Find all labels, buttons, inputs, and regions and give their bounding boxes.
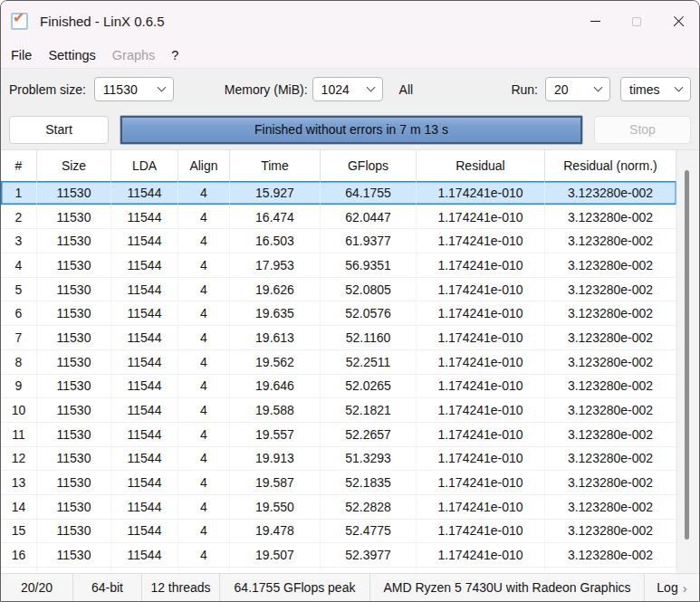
- table-row[interactable]: 151153011544419.47852.47751.174241e-0103…: [1, 520, 676, 544]
- progress-bar-fill: Finished without errors in 7 m 13 s: [120, 116, 582, 144]
- memory-select[interactable]: 1024: [312, 77, 383, 101]
- table-row[interactable]: 71153011544419.61352.11601.174241e-0103.…: [1, 326, 676, 350]
- cell-lda: 11544: [111, 543, 178, 567]
- table-row[interactable]: 171153011544419.48552.45901.174241e-0103…: [1, 568, 676, 573]
- table-row[interactable]: 61153011544419.63552.05761.174241e-0103.…: [1, 301, 676, 326]
- status-cpu-name-label: AMD Ryzen 5 7430U with Radeon Graphics: [383, 580, 630, 595]
- column-header-lda[interactable]: LDA: [111, 150, 178, 181]
- cell-align: 4: [178, 301, 230, 325]
- menu-item-file[interactable]: File: [3, 45, 40, 65]
- minimize-button[interactable]: [574, 1, 616, 42]
- cell-num: 10: [1, 398, 37, 422]
- status-threads-label: 12 threads: [150, 580, 210, 595]
- cell-align: 4: [178, 350, 230, 374]
- table-row[interactable]: 121153011544419.91351.32931.174241e-0103…: [1, 447, 676, 472]
- cell-num: 7: [1, 326, 37, 349]
- cell-time: 19.587: [230, 471, 321, 494]
- all-label: All: [399, 82, 414, 97]
- cell-residual: 1.174241e-010: [417, 301, 545, 325]
- cell-size: 11530: [37, 326, 111, 349]
- table-row[interactable]: 31153011544416.50361.93771.174241e-0103.…: [1, 229, 676, 253]
- cell-gflops: 52.0576: [321, 301, 417, 325]
- cell-num: 6: [1, 301, 37, 325]
- table-row[interactable]: 161153011544419.50752.39771.174241e-0103…: [1, 543, 676, 568]
- cell-residual: 1.174241e-010: [417, 495, 545, 519]
- cell-residual-norm: 3.123280e-002: [545, 253, 676, 277]
- table-row[interactable]: 101153011544419.58852.18211.174241e-0103…: [1, 398, 676, 423]
- menu-item-help[interactable]: ?: [163, 45, 187, 65]
- menubar: FileSettingsGraphs?: [1, 42, 699, 69]
- column-header-residual-norm[interactable]: Residual (norm.): [545, 150, 676, 181]
- cell-align: 4: [178, 398, 230, 422]
- cell-time: 19.626: [230, 278, 321, 301]
- cell-lda: 11544: [111, 520, 178, 543]
- menu-item-graphs[interactable]: Graphs: [104, 45, 164, 65]
- column-header-align[interactable]: Align: [178, 150, 230, 181]
- table-header: #SizeLDAAlignTimeGFlopsResidualResidual …: [1, 150, 676, 181]
- cell-lda: 11544: [111, 205, 178, 229]
- cell-size: 11530: [37, 205, 111, 229]
- cell-num: 9: [1, 375, 37, 398]
- cell-residual-norm: 3.123280e-002: [545, 423, 676, 446]
- memory-label: Memory (MiB):: [225, 82, 308, 97]
- controls-row: Problem size: 11530 Memory (MiB): 1024 A…: [1, 69, 699, 110]
- run-count-select[interactable]: 20: [545, 77, 610, 101]
- cell-time: 19.550: [230, 495, 321, 519]
- cell-size: 11530: [37, 520, 111, 543]
- table-row[interactable]: 11153011544415.92764.17551.174241e-0103.…: [1, 181, 676, 205]
- cell-size: 11530: [37, 398, 111, 422]
- run-unit-select[interactable]: times: [620, 77, 691, 101]
- table-row[interactable]: 51153011544419.62652.08051.174241e-0103.…: [1, 278, 676, 302]
- table-row[interactable]: 111153011544419.55752.26571.174241e-0103…: [1, 423, 676, 447]
- table-body: 11153011544415.92764.17551.174241e-0103.…: [1, 181, 676, 573]
- cell-lda: 11544: [111, 568, 178, 573]
- cell-size: 11530: [37, 471, 111, 494]
- cell-lda: 11544: [111, 471, 178, 494]
- cell-size: 11530: [37, 423, 111, 446]
- column-header-time[interactable]: Time: [230, 150, 321, 181]
- cell-time: 19.613: [230, 326, 321, 349]
- cell-gflops: 52.1835: [321, 471, 417, 494]
- problem-size-select[interactable]: 11530: [94, 77, 174, 101]
- menu-item-settings[interactable]: Settings: [40, 45, 103, 65]
- start-button[interactable]: Start: [9, 116, 109, 144]
- cell-residual: 1.174241e-010: [417, 543, 545, 567]
- maximize-icon: [632, 17, 641, 26]
- column-header-num[interactable]: #: [1, 150, 37, 181]
- cell-align: 4: [178, 520, 230, 543]
- statusbar: 20/2064-bit12 threads64.1755 GFlops peak…: [1, 573, 699, 601]
- progress-status-text: Finished without errors in 7 m 13 s: [254, 122, 448, 137]
- status-run-progress-label: 20/20: [21, 580, 53, 595]
- status-log[interactable]: Log›: [645, 574, 699, 601]
- table-row[interactable]: 21153011544416.47462.04471.174241e-0103.…: [1, 205, 676, 230]
- column-header-residual[interactable]: Residual: [417, 150, 545, 181]
- cell-num: 4: [1, 253, 37, 277]
- scrollbar-thumb[interactable]: [685, 170, 689, 540]
- run-count-value: 20: [554, 82, 590, 97]
- status-cpu-name: AMD Ryzen 5 7430U with Radeon Graphics: [370, 574, 645, 601]
- cell-time: 19.588: [230, 398, 321, 422]
- cell-time: 19.478: [230, 520, 321, 543]
- cell-lda: 11544: [111, 423, 178, 446]
- table-row[interactable]: 81153011544419.56252.25111.174241e-0103.…: [1, 350, 676, 375]
- vertical-scrollbar[interactable]: [676, 150, 699, 573]
- table-row[interactable]: 141153011544419.55052.28281.174241e-0103…: [1, 495, 676, 520]
- column-header-gflops[interactable]: GFlops: [321, 150, 417, 181]
- table-row[interactable]: 131153011544419.58752.18351.174241e-0103…: [1, 471, 676, 495]
- cell-gflops: 52.3977: [321, 543, 417, 567]
- status-gflops-peak: 64.1755 GFlops peak: [220, 574, 370, 601]
- close-button[interactable]: [657, 1, 699, 42]
- cell-residual: 1.174241e-010: [417, 181, 545, 205]
- cell-time: 16.474: [230, 205, 321, 229]
- cell-time: 17.953: [230, 253, 321, 277]
- column-header-size[interactable]: Size: [37, 150, 111, 181]
- cell-time: 19.562: [230, 350, 321, 374]
- cell-lda: 11544: [111, 326, 178, 349]
- stop-button[interactable]: Stop: [594, 116, 691, 144]
- cell-residual: 1.174241e-010: [417, 253, 545, 277]
- table-row[interactable]: 91153011544419.64652.02651.174241e-0103.…: [1, 375, 676, 399]
- cell-num: 8: [1, 350, 37, 374]
- cell-gflops: 52.0805: [321, 278, 417, 301]
- status-run-progress: 20/20: [1, 574, 73, 601]
- table-row[interactable]: 41153011544417.95356.93511.174241e-0103.…: [1, 253, 676, 278]
